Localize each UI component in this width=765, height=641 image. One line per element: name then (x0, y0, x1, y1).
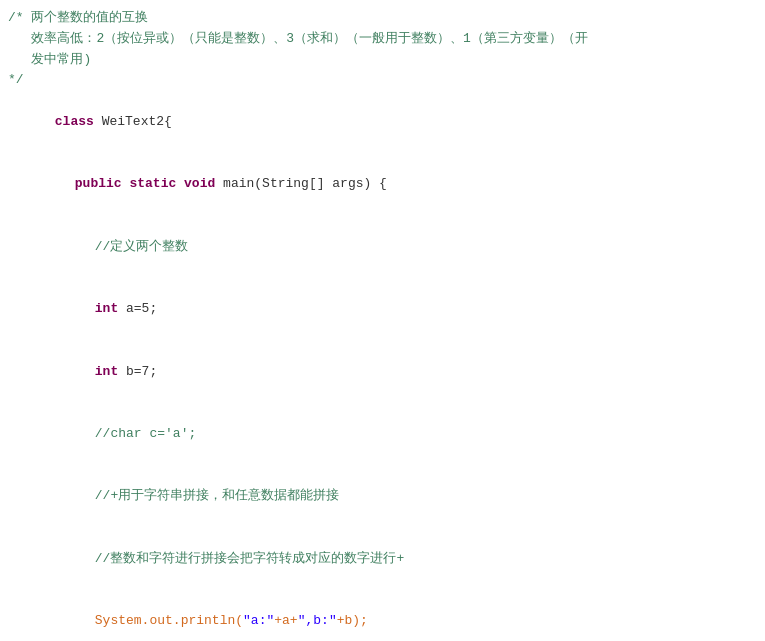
code-line-7: //定义两个整数 (0, 216, 765, 278)
code-line-10: //char c='a'; (0, 403, 765, 465)
code-line-8: int a=5; (0, 278, 765, 340)
code-line-1: /* 两个整数的值的互换 (0, 8, 765, 29)
code-editor: /* 两个整数的值的互换 效率高低：2（按位异或）（只能是整数）、3（求和）（一… (0, 0, 765, 641)
code-line-4: */ (0, 70, 765, 91)
code-line-13: System.out.println("a:"+a+",b:"+b); (0, 590, 765, 641)
code-line-11: //+用于字符串拼接，和任意数据都能拼接 (0, 466, 765, 528)
code-line-2: 效率高低：2（按位异或）（只能是整数）、3（求和）（一般用于整数）、1（第三方变… (0, 29, 765, 50)
code-line-12: //整数和字符进行拼接会把字符转成对应的数字进行+ (0, 528, 765, 590)
code-line-5: class WeiText2{ (0, 91, 765, 153)
code-line-3: 发中常用) (0, 50, 765, 71)
code-line-9: int b=7; (0, 341, 765, 403)
code-line-6: public static void main(String[] args) { (0, 154, 765, 216)
